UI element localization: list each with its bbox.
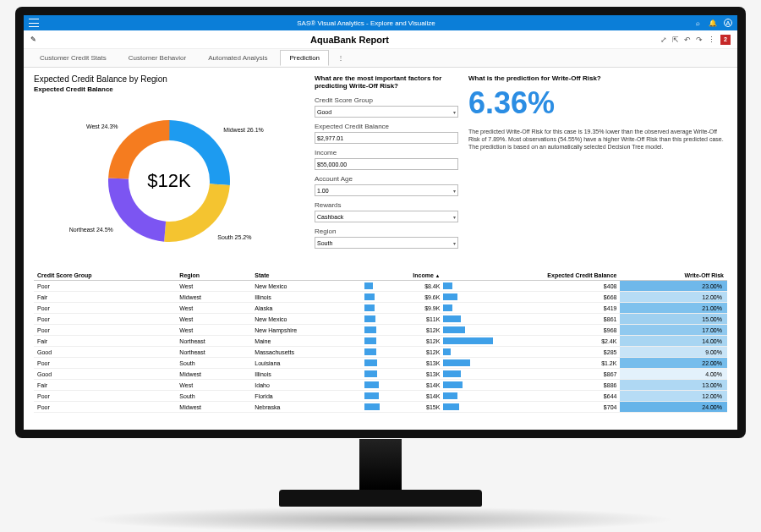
col-header[interactable]: Expected Credit Balance [443, 271, 620, 281]
table-row[interactable]: FairNortheastMaine$12K$2.4K14.00% [34, 336, 727, 347]
tab-customer-behavior[interactable]: Customer Behavior [119, 50, 195, 66]
field-label: Account Age [315, 175, 458, 183]
chevron-down-icon: ▾ [453, 240, 456, 246]
chevron-down-icon: ▾ [453, 214, 456, 220]
factors-question: What are the most important factors for … [315, 74, 458, 90]
col-header[interactable]: Write-Off Risk [620, 271, 727, 281]
field-label: Credit Score Group [315, 96, 458, 104]
report-header: ✎ AquaBank Report ⤢ ⇱ ↶ ↷ ⋮ 2 [24, 30, 737, 49]
app-title: SAS® Visual Analytics - Explore and Visu… [39, 19, 693, 27]
table-row[interactable]: PoorSouthFlorida$14K$64412.00% [34, 391, 727, 402]
factors-panel: What are the most important factors for … [315, 74, 458, 264]
field-label: Rewards [315, 201, 458, 209]
field-label: Income [315, 149, 458, 156]
avatar[interactable]: A [724, 19, 732, 27]
data-table-panel: Credit Score GroupRegionStateIncome ▲Exp… [24, 271, 737, 430]
chart-title: Expected Credit Balance by Region [34, 74, 304, 84]
table-row[interactable]: PoorWestNew Mexico$11K$86115.00% [34, 314, 727, 325]
redo-icon[interactable]: ↷ [696, 36, 703, 44]
table-row[interactable]: PoorSouthLouisiana$13K$1.2K22.00% [34, 358, 727, 369]
chevron-down-icon: ▾ [453, 109, 456, 115]
col-header[interactable]: State [251, 271, 364, 281]
table-row[interactable]: PoorMidwestNebraska$15K$70424.00% [34, 402, 727, 413]
prediction-description: The predicted Write-Off Risk for this ca… [468, 128, 727, 151]
field-label: Expected Credit Balance [315, 123, 458, 130]
notification-badge[interactable]: 2 [720, 35, 731, 45]
tab-customer-credit-stats[interactable]: Customer Credit Stats [30, 50, 116, 66]
tab-prediction[interactable]: Prediction [280, 50, 329, 66]
expand-icon[interactable]: ⤢ [660, 36, 667, 44]
app-titlebar: SAS® Visual Analytics - Explore and Visu… [24, 15, 737, 30]
field-rewards[interactable]: Cashback▾ [315, 211, 458, 222]
table-row[interactable]: GoodNortheastMassachusetts$12K$2859.00% [34, 347, 727, 358]
table-row[interactable]: FairMidwestIllinois$9.6K$66812.00% [34, 292, 727, 303]
col-header[interactable]: Region [176, 271, 251, 281]
donut-center-value: $12K [147, 170, 190, 192]
search-icon[interactable]: ⌕ [693, 19, 702, 27]
data-table: Credit Score GroupRegionStateIncome ▲Exp… [34, 271, 727, 413]
sort-asc-icon: ▲ [434, 273, 441, 278]
field-expected-credit-balance[interactable]: $2,977.01 [315, 132, 458, 144]
prediction-value: 6.36% [468, 85, 727, 121]
tab-automated-analysis[interactable]: Automated Analysis [199, 50, 276, 66]
hamburger-icon[interactable] [29, 19, 39, 27]
prediction-panel: What is the prediction for Write-Off Ris… [468, 74, 727, 264]
table-row[interactable]: PoorWestAlaska$9.9K$41921.00% [34, 303, 727, 314]
donut-label-west: West 24.3% [68, 123, 118, 129]
field-account-age[interactable]: 1.00▾ [315, 184, 458, 196]
field-region[interactable]: South▾ [315, 237, 458, 249]
table-row[interactable]: GoodMidwestIllinois$13K$8674.00% [34, 369, 727, 380]
tab-bar: Customer Credit Stats Customer Behavior … [24, 49, 737, 68]
table-row[interactable]: PoorWestNew Hampshire$12K$96817.00% [34, 325, 727, 336]
field-income[interactable]: $55,000.00 [315, 158, 458, 170]
donut-label-south: South 25.2% [217, 234, 251, 240]
undo-icon[interactable]: ↶ [684, 36, 691, 44]
table-row[interactable]: PoorWestNew Mexico$8.4K$40823.00% [34, 281, 727, 292]
field-label: Region [315, 228, 458, 235]
col-header[interactable]: Income ▲ [364, 271, 443, 281]
chart-subtitle: Expected Credit Balance [34, 85, 304, 93]
donut-label-northeast: Northeast 24.5% [63, 227, 113, 233]
tab-more-icon[interactable]: ⋮ [332, 51, 349, 65]
export-icon[interactable]: ⇱ [672, 36, 679, 44]
edit-icon[interactable]: ✎ [30, 36, 39, 43]
donut-label-midwest: Midwest 26.1% [223, 127, 263, 133]
donut-slice-south[interactable] [164, 184, 230, 242]
donut-chart-panel: Expected Credit Balance by Region Expect… [34, 74, 304, 264]
chevron-down-icon: ▾ [453, 188, 456, 194]
bell-icon[interactable]: 🔔 [709, 19, 717, 27]
table-row[interactable]: FairWestIdaho$14K$88613.00% [34, 380, 727, 391]
field-credit-score-group[interactable]: Good▾ [315, 106, 458, 118]
col-header[interactable]: Credit Score Group [34, 271, 176, 281]
more-icon[interactable]: ⋮ [708, 36, 715, 44]
prediction-question: What is the prediction for Write-Off Ris… [468, 74, 727, 82]
report-title: AquaBank Report [39, 35, 660, 45]
